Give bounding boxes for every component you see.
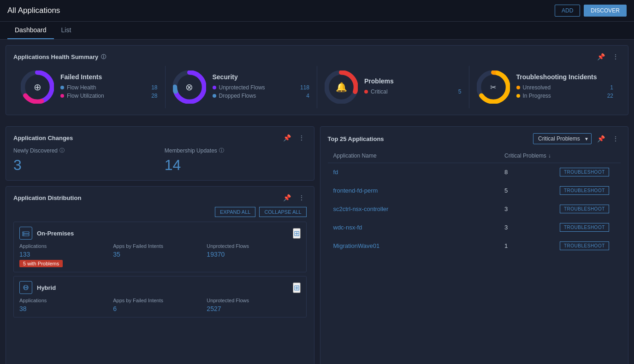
failed-intents-circle: ⊕ <box>21 70 54 104</box>
troubleshoot-wdc-button[interactable]: TROUBLESHOOT <box>560 223 609 232</box>
top25-table-body: fd 8 TROUBLESHOOT frontend-fd-perm 5 TRO… <box>328 163 621 255</box>
problems-title: Problems <box>364 77 462 85</box>
troubleshooting-info: Troubleshooting Incidents Unresolved 1 I… <box>516 73 614 101</box>
header-actions: ADD DISCOVER <box>555 5 627 17</box>
tab-dashboard[interactable]: Dashboard <box>7 22 54 39</box>
col-action <box>560 153 615 159</box>
unprotected-dot <box>213 86 216 89</box>
membership-updates-info-icon[interactable]: ⓘ <box>219 147 224 154</box>
more-icon[interactable]: ⋮ <box>610 52 621 61</box>
health-summary-card: Applications Health Summary ⓘ 📌 ⋮ ⊕ <box>6 45 628 115</box>
troubleshoot-migration-button[interactable]: TROUBLESHOOT <box>560 241 609 250</box>
unresolved-dot <box>516 86 520 89</box>
failed-intents-icon: ⊕ <box>34 82 41 93</box>
dist-item-on-premises-header: On-Premises ⊞ <box>19 227 301 240</box>
troubleshooting-circle: ✂ <box>477 70 510 104</box>
tab-list[interactable]: List <box>54 22 79 39</box>
app-name-wdc[interactable]: wdc-nsx-fd <box>333 224 505 231</box>
discover-button[interactable]: DISCOVER <box>584 5 627 17</box>
app-name-sc2ctrl[interactable]: sc2ctrl-nsx-controller <box>333 205 505 212</box>
collapse-all-button[interactable]: COLLAPSE ALL <box>259 207 306 217</box>
dist-pin-icon[interactable]: 📌 <box>281 193 293 202</box>
hybrid-failed-intents: Apps by Failed Intents 6 <box>113 298 207 312</box>
app-action-migration: TROUBLESHOOT <box>560 241 615 250</box>
health-summary-header: Applications Health Summary ⓘ 📌 ⋮ <box>13 52 621 61</box>
health-item-problems: 🔔 Problems Critical 5 <box>317 66 469 108</box>
hybrid-applications: Applications 38 <box>19 298 113 312</box>
on-premises-icon <box>19 227 32 240</box>
dist-item-on-premises: On-Premises ⊞ Applications 133 5 with Pr… <box>13 222 307 272</box>
health-item-security: ⊗ Security Unprotected Flows 118 Dropped… <box>166 66 318 108</box>
sort-icon: ↓ <box>548 153 551 159</box>
health-summary-title: Applications Health Summary ⓘ <box>13 53 106 60</box>
page-title: All Applications <box>7 6 60 15</box>
hybrid-expand-button[interactable]: ⊞ <box>293 282 301 293</box>
hybrid-icon <box>19 281 32 294</box>
troubleshoot-frontend-fd-perm-button[interactable]: TROUBLESHOOT <box>560 186 609 195</box>
unprotected-label: Unprotected Flows <box>219 84 297 91</box>
top25-card: Top 25 Applications Critical Problems Al… <box>320 126 629 364</box>
newly-discovered: Newly Discovered ⓘ 3 <box>13 147 155 174</box>
on-premises-expand-button[interactable]: ⊞ <box>293 228 301 239</box>
troubleshoot-sc2ctrl-button[interactable]: TROUBLESHOOT <box>560 205 609 213</box>
newly-discovered-info-icon[interactable]: ⓘ <box>59 147 65 154</box>
in-progress-value: 22 <box>607 93 613 99</box>
on-premises-stats: Applications 133 5 with Problems Apps by… <box>19 243 301 267</box>
app-action-wdc: TROUBLESHOOT <box>560 223 615 232</box>
on-premises-unprotected-flows: Unprotected Flows 19370 <box>207 243 300 267</box>
membership-updates-label: Membership Updates ⓘ <box>165 147 307 154</box>
top25-dropdown[interactable]: Critical Problems All Problems <box>533 133 592 144</box>
troubleshooting-title: Troubleshooting Incidents <box>516 73 614 81</box>
hybrid-name: Hybrid <box>37 284 288 291</box>
flow-health-label: Flow Health <box>67 84 148 91</box>
troubleshoot-fd-button[interactable]: TROUBLESHOOT <box>560 168 609 176</box>
dist-actions: EXPAND ALL COLLAPSE ALL <box>13 207 307 217</box>
app-changes-pin-icon[interactable]: 📌 <box>281 133 293 142</box>
app-changes-more-icon[interactable]: ⋮ <box>296 133 307 142</box>
on-premises-name: On-Premises <box>37 230 288 237</box>
app-action-fd: TROUBLESHOOT <box>560 168 615 176</box>
app-changes-card: Application Changes 📌 ⋮ Newly Discovered… <box>6 126 314 181</box>
problems-icon: 🔔 <box>336 82 347 93</box>
newly-discovered-label: Newly Discovered ⓘ <box>13 147 155 154</box>
app-distribution-card: Application Distribution 📌 ⋮ EXPAND ALL … <box>6 186 314 364</box>
top25-more-icon[interactable]: ⋮ <box>610 134 621 143</box>
pin-icon[interactable]: 📌 <box>595 52 607 61</box>
problems-badge: 5 with Problems <box>19 260 63 267</box>
app-action-sc2ctrl: TROUBLESHOOT <box>560 205 615 213</box>
app-name-frontend-fd-perm[interactable]: frontend-fd-perm <box>333 187 505 194</box>
problems-info: Problems Critical 5 <box>364 77 462 97</box>
unresolved-label: Unresolved <box>523 84 608 91</box>
critical-dot <box>364 90 368 94</box>
in-progress-dot <box>516 94 520 98</box>
flow-util-value: 28 <box>151 93 157 99</box>
app-value-wdc: 3 <box>504 224 560 231</box>
membership-updates: Membership Updates ⓘ 14 <box>165 147 307 174</box>
svg-point-14 <box>24 235 24 235</box>
app-value-frontend-fd-perm: 5 <box>504 187 560 194</box>
app-distribution-header: Application Distribution 📌 ⋮ <box>13 193 307 202</box>
app-changes-title: Application Changes <box>13 135 73 141</box>
critical-label: Critical <box>371 88 456 95</box>
unprotected-value: 118 <box>300 84 309 91</box>
health-summary-info-icon[interactable]: ⓘ <box>101 53 106 60</box>
table-row: wdc-nsx-fd 3 TROUBLESHOOT <box>328 218 621 237</box>
unresolved-value: 1 <box>610 84 613 91</box>
expand-all-button[interactable]: EXPAND ALL <box>215 207 255 217</box>
flow-health-value: 18 <box>151 84 157 91</box>
app-distribution-title: Application Distribution <box>13 194 81 201</box>
top25-header: Top 25 Applications Critical Problems Al… <box>328 133 621 144</box>
changes-grid: Newly Discovered ⓘ 3 Membership Updates … <box>13 147 307 174</box>
dist-more-icon[interactable]: ⋮ <box>296 193 307 202</box>
app-name-fd[interactable]: fd <box>333 169 505 176</box>
top25-pin-icon[interactable]: 📌 <box>595 134 607 143</box>
app-name-migration[interactable]: MigrationWave01 <box>333 242 505 249</box>
troubleshooting-icon: ✂ <box>490 83 496 92</box>
svg-point-13 <box>24 232 24 233</box>
main-content: Application Changes 📌 ⋮ Newly Discovered… <box>0 121 634 364</box>
table-row: fd 8 TROUBLESHOOT <box>328 163 621 182</box>
add-button[interactable]: ADD <box>555 5 580 17</box>
dropped-value: 4 <box>306 93 309 99</box>
dropped-dot <box>213 94 216 98</box>
top25-dropdown-wrapper: Critical Problems All Problems ▼ <box>533 133 592 144</box>
